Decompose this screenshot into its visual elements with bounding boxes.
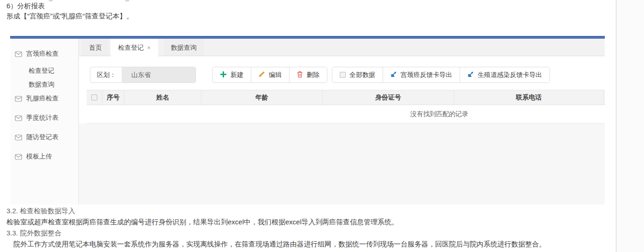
section-3-3-body: 院外工作方式使用笔记本电脑安装一套系统作为服务器，实现离线操作，在筛查现场通过路… [6,239,546,250]
region-label: 区划： [90,67,122,82]
data-table: 序号 姓名 年龄 身份证号 联系电话 没有找到匹配的记录 [87,90,605,123]
page-right-gutter [616,0,644,252]
sidebar-item-label: 随访登记表 [26,133,59,141]
tab-label: 首页 [89,44,102,51]
envelope-icon [15,135,22,141]
no-records-message: 没有找到匹配的记录 [410,110,468,118]
sidebar-item-label: 乳腺癌检查 [26,94,59,103]
close-icon[interactable]: × [147,44,151,51]
sidebar-item-label: 模板上传 [26,152,52,161]
all-data-label: 全部数据 [349,71,375,79]
sidebar-item-check-register[interactable]: 检查登记 [10,66,78,76]
sidebar-item-label: 季度统计表 [26,114,59,122]
all-data-toggle[interactable]: 全部数据 [332,67,383,82]
sidebar-item-quarterly-stats[interactable]: 季度统计表 [10,113,78,123]
export-button-group: 全部数据 宫颈癌反馈卡导出 生殖道感染反馈卡导出 [332,67,550,83]
envelope-icon [15,154,22,160]
column-header-extra [604,90,605,105]
doc-heading: 6）分析报表 [6,1,133,11]
document-bottom-text: 3.2. 检查检验数据导入 检验室或超声检查室根据两癌筛查生成的编号进行身份识别… [6,205,546,250]
sidebar-item-followup-register[interactable]: 随访登记表 [10,133,78,142]
tab-home[interactable]: 首页 [82,39,109,56]
section-3-2-body: 检验室或超声检查室根据两癌筛查生成的编号进行身份识别，结果导出到excel中，我… [6,217,546,228]
column-header-id-number: 身份证号 [323,90,454,105]
region-input[interactable] [122,67,195,82]
new-button-label: 新建 [230,71,243,79]
tab-label: 检查登记 [118,44,144,51]
sidebar-item-cervical-check[interactable]: 宫颈癌检查 [10,49,78,59]
plus-icon [220,71,227,79]
app-panel: 宫颈癌检查 检查登记 数据查询 乳腺癌检查 季度统计表 [10,36,605,205]
new-button[interactable]: 新建 [213,67,251,82]
export-infection-label: 生殖道感染反馈卡导出 [478,71,542,79]
column-header-name: 姓名 [124,90,201,105]
tab-check-register[interactable]: 检查登记× [111,39,158,56]
export-icon [467,71,474,79]
sidebar: 宫颈癌检查 检查登记 数据查询 乳腺癌检查 季度统计表 [10,39,79,205]
sidebar-item-label: 检查登记 [29,67,54,75]
delete-button[interactable]: 删除 [290,67,327,82]
export-icon [390,71,397,79]
sidebar-item-label: 数据查询 [29,81,54,89]
main-content: 首页 检查登记× 数据查询 区划： [79,39,605,205]
tab-bar: 首页 检查登记× 数据查询 [79,39,605,56]
tab-label: 数据查询 [171,44,197,51]
column-header-phone: 联系电话 [454,90,604,105]
pencil-icon [259,71,265,79]
content-background [79,123,605,205]
select-all-header [87,90,102,105]
edit-button[interactable]: 编辑 [251,67,290,82]
region-filter-group: 区划： [90,67,196,83]
edit-button-label: 编辑 [269,71,282,79]
section-3-2-title: 3.2. 检查检验数据导入 [6,205,546,217]
sidebar-item-breast-check[interactable]: 乳腺癌检查 [10,94,78,103]
doc-line: 形成【“宫颈癌”或”乳腺癌“筛查登记本】。 [6,11,133,21]
column-header-age: 年龄 [201,90,323,105]
envelope-icon [15,96,22,102]
all-data-checkbox[interactable] [340,72,346,78]
section-3-3-title: 3.3. 院外数据整合 [6,228,546,239]
table-header-row: 序号 姓名 年龄 身份证号 联系电话 [87,90,605,105]
toolbar: 区划： 新建 编辑 [90,67,605,83]
action-button-group: 新建 编辑 删除 [212,67,327,83]
delete-button-label: 删除 [307,71,319,79]
export-cervical-label: 宫颈癌反馈卡导出 [401,71,452,79]
envelope-icon [15,51,22,57]
tab-data-query[interactable]: 数据查询 [164,39,204,56]
sidebar-item-template-upload[interactable]: 模板上传 [10,152,78,161]
sidebar-item-label: 宫颈癌检查 [26,50,59,58]
export-cervical-feedback-button[interactable]: 宫颈癌反馈卡导出 [383,67,460,82]
empty-table-row: 没有找到匹配的记录 [87,105,605,123]
document-top-text: 6）分析报表 形成【“宫颈癌”或”乳腺癌“筛查登记本】。 [6,1,133,21]
envelope-icon [15,115,22,121]
sidebar-item-data-query[interactable]: 数据查询 [10,80,78,89]
export-infection-feedback-button[interactable]: 生殖道感染反馈卡导出 [460,67,549,82]
column-header-index: 序号 [102,90,124,105]
select-all-checkbox[interactable] [91,94,97,100]
trash-icon [297,71,303,79]
